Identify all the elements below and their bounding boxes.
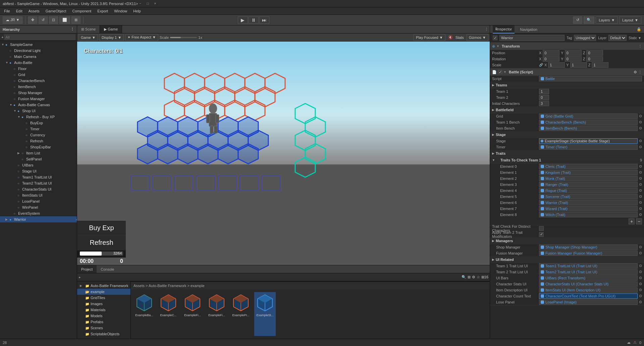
menu-assets[interactable]: Assets [26,8,42,14]
ref-circle-btn[interactable]: ⊙ [639,206,642,211]
minimize-button[interactable]: − [138,1,143,6]
ref-circle-btn[interactable]: ⊙ [639,194,642,199]
team2traitlistui-ref[interactable]: Team2 TraitList UI (Trait List UI) [539,269,638,275]
initial-characters-input[interactable] [539,101,549,106]
tree-item-autobattle[interactable]: ▼ ● Auto-Battle [0,60,77,66]
component-battle-header[interactable]: 📄 ✓ ▼ Battle (Script) ⚙ ⋮ [490,68,644,76]
menu-gameobject[interactable]: GameObject [43,8,69,14]
tree-item-currency[interactable]: ○ Currency [0,132,77,138]
element2-ref[interactable]: Monk (Trait) [539,176,638,181]
asset-examplec[interactable]: ExampleC... [158,292,179,336]
tree-item-eventsystem[interactable]: ○ EventSystem [0,210,77,216]
ref-circle-btn[interactable]: ⊙ [639,145,642,149]
toolbar-transform-scale[interactable]: ⊡ [49,16,58,24]
tree-item-fusionmanager[interactable]: ○ Fusion Manager [0,96,77,102]
step-button[interactable]: ⏭ [259,16,269,24]
ref-circle-btn[interactable]: ⊙ [639,176,642,181]
asset-examplefi2[interactable]: ExampleFi... [206,292,227,336]
project-add[interactable]: + [78,275,80,279]
menu-help[interactable]: Help [130,8,144,14]
folder-autobattle[interactable]: ▶ 📁 Auto-Battle Framework [77,283,130,289]
tab-console[interactable]: Console [97,265,118,273]
pos-y-input[interactable] [565,50,582,56]
asset-examplepr[interactable]: ExamplePr... [230,292,252,336]
pos-x-input[interactable] [543,50,559,56]
buy-exp-button[interactable]: Buy Exp [77,221,126,235]
tree-item-team2traitlist[interactable]: ○ Team2 TraitList UI [0,180,77,186]
itembench-ref[interactable]: ItemBench (Bench) [539,126,638,131]
trait-add-button[interactable]: + [629,218,635,224]
layers-dropdown[interactable]: Layers▼ [596,16,618,24]
undo-history[interactable]: ↺ [573,16,582,24]
section-battlefield[interactable]: ▶ Battlefield [490,107,644,113]
tree-item-itembench[interactable]: ○ ItemBench [0,84,77,90]
tree-item-timer[interactable]: ○ Timer [0,126,77,132]
apply-team2-checkbox[interactable]: ✓ [539,232,544,237]
section-stage[interactable]: ▶ Stage [490,131,644,138]
stage-ref[interactable]: ExampleStage (Scriptable Battle Stage) [539,138,638,144]
component-enabled-checkbox[interactable]: ✓ [498,70,502,74]
stats-button[interactable]: Stats [455,36,464,40]
pos-z-input[interactable] [586,50,603,56]
tree-item-sellpanel[interactable]: ○ SellPanel [0,156,77,162]
play-button[interactable]: ▶ [238,16,248,24]
ref-circle-btn[interactable]: ⊙ [639,188,642,193]
ref-circle-btn[interactable]: ⊙ [639,288,642,292]
asset-examplest[interactable]: ExampleSt... [254,292,276,336]
ref-circle-btn[interactable]: ⊙ [639,264,642,268]
component-search-icon[interactable]: ⚙ [634,70,637,74]
hierarchy-search[interactable] [4,34,75,40]
tree-item-shopexpbar[interactable]: ○ ShopExpBar [0,144,77,150]
rot-y-input[interactable] [565,56,582,62]
toolbar-transform-multi[interactable]: ⊞ [71,16,80,24]
tree-item-grid[interactable]: ○ Grid [0,72,77,78]
ref-circle-btn[interactable]: ⊙ [639,282,642,286]
tree-item-losepanel[interactable]: ○ LosePanel [0,198,77,204]
project-star[interactable]: ☆ [477,275,480,279]
tree-item-stageui[interactable]: ○ Stage UI [0,168,77,174]
element3-ref[interactable]: Ranger (Trait) [539,182,638,187]
layer-select[interactable]: Default [608,35,627,41]
section-teams[interactable]: ▶ Teams [490,82,644,88]
ref-circle-btn[interactable]: ⊙ [639,212,642,217]
section-traits[interactable]: ▶ Traits [490,150,644,157]
menu-window[interactable]: Window [111,8,130,14]
scale-x-input[interactable] [548,62,565,68]
folder-scenes1[interactable]: 📁 Scenes [77,325,130,331]
shopmanager-ref[interactable]: Shop Manager (Shop Manager) [539,245,638,250]
itemdescui-ref[interactable]: ItemStats UI (Item Description UI) [539,287,638,293]
game-display-dropdown[interactable]: Game ▼ [78,34,98,41]
section-managers[interactable]: ▶ Managers [490,237,644,244]
tree-item-samplegame[interactable]: ▼ ● SampleGame [0,42,77,48]
element8-ref[interactable]: Witch (Trait) [539,212,638,217]
charactercounttext-ref[interactable]: CharacterCountText (Text Mesh Pro UGUI) [539,293,638,299]
toolbar-transform-move[interactable]: ✥ [28,16,37,24]
toolbar-account[interactable]: ☁ JR ▼ [3,16,22,24]
trait-distinct-checkbox[interactable] [539,226,544,231]
ref-circle-btn[interactable]: ⊙ [639,182,642,187]
timer-ref[interactable]: Timer (Timer) [539,144,638,150]
status-collab-icon[interactable]: ☁ [627,340,631,345]
element6-ref[interactable]: Warrior (Trait) [539,200,638,205]
view-menu[interactable]: ⋮ [485,27,488,31]
section-ui-related[interactable]: ▶ UI Related [490,256,644,263]
team2-input[interactable] [539,95,549,100]
tab-scene[interactable]: ⊞ Scene [77,25,100,33]
folder-images[interactable]: 📁 Images [77,301,130,307]
pause-button[interactable]: ⏸ [249,16,259,24]
tree-item-warrior[interactable]: ▶ ● Warrior › [0,216,77,222]
refresh-button[interactable]: Refresh [77,235,126,250]
hierarchy-add[interactable]: + [1,35,3,39]
ref-circle-btn[interactable]: ⊙ [639,294,642,298]
game-display1-dropdown[interactable]: Display 1 ▼ [99,34,124,41]
ref-circle-btn[interactable]: ⊙ [639,245,642,249]
tree-item-itemlist[interactable]: ▶ ○ Item List [0,150,77,156]
folder-prefabs[interactable]: 📁 Prefabs [77,319,130,325]
folder-scripts[interactable]: 📁 Scripts [77,337,130,339]
toolbar-transform-rect[interactable]: ⬜ [59,16,70,24]
ref-circle-btn[interactable]: ⊙ [639,251,642,255]
menu-edit[interactable]: Edit [13,8,25,14]
characterstatsui-ref[interactable]: CharacterStats UI (Character Stats UI) [539,281,638,287]
tree-item-characterbench[interactable]: ○ CharacterBench [0,78,77,84]
uibars-ref[interactable]: UIBars (Rect Transform) [539,275,638,281]
